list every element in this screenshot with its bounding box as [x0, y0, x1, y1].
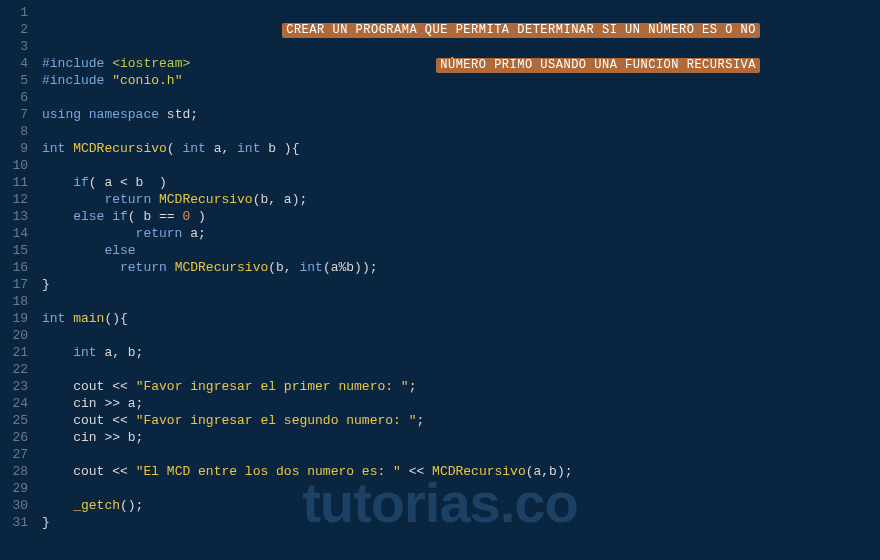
code-area[interactable]: CREAR UN PROGRAMA QUE PERMITA DETERMINAR…: [36, 0, 880, 560]
line-number: 4: [0, 55, 28, 72]
code-editor[interactable]: 1 2 3 4 5 6 7 8 9 10 11 12 13 14 15 16 1…: [0, 0, 880, 560]
line-number: 21: [0, 344, 28, 361]
code-line[interactable]: [42, 38, 880, 55]
code-line[interactable]: [42, 327, 880, 344]
code-line[interactable]: [42, 446, 880, 463]
line-number: 8: [0, 123, 28, 140]
line-number: 9: [0, 140, 28, 157]
code-line[interactable]: else if( b == 0 ): [42, 208, 880, 225]
line-number: 22: [0, 361, 28, 378]
code-line[interactable]: #include <iostream>: [42, 55, 880, 72]
code-line[interactable]: [42, 361, 880, 378]
line-number: 13: [0, 208, 28, 225]
code-line[interactable]: using namespace std;: [42, 106, 880, 123]
code-line[interactable]: _getch();: [42, 497, 880, 514]
code-line[interactable]: cout << "Favor ingresar el segundo numer…: [42, 412, 880, 429]
line-number: 2: [0, 21, 28, 38]
line-number: 17: [0, 276, 28, 293]
code-line[interactable]: if( a < b ): [42, 174, 880, 191]
code-line[interactable]: cin >> a;: [42, 395, 880, 412]
code-line[interactable]: [42, 89, 880, 106]
code-line[interactable]: int MCDRecursivo( int a, int b ){: [42, 140, 880, 157]
code-line[interactable]: else: [42, 242, 880, 259]
line-number: 10: [0, 157, 28, 174]
code-line[interactable]: return MCDRecursivo(b, a);: [42, 191, 880, 208]
code-line[interactable]: #include "conio.h": [42, 72, 880, 89]
line-number: 18: [0, 293, 28, 310]
line-number: 29: [0, 480, 28, 497]
code-line[interactable]: cout << "Favor ingresar el primer numero…: [42, 378, 880, 395]
line-number: 16: [0, 259, 28, 276]
code-line[interactable]: return a;: [42, 225, 880, 242]
code-line[interactable]: [42, 21, 880, 38]
line-number: 24: [0, 395, 28, 412]
code-line[interactable]: CREAR UN PROGRAMA QUE PERMITA DETERMINAR…: [42, 4, 880, 21]
line-number: 6: [0, 89, 28, 106]
code-line[interactable]: }: [42, 276, 880, 293]
line-number: 31: [0, 514, 28, 531]
code-line[interactable]: cout << "El MCD entre los dos numero es:…: [42, 463, 880, 480]
line-number: 11: [0, 174, 28, 191]
code-line[interactable]: int main(){: [42, 310, 880, 327]
line-number: 20: [0, 327, 28, 344]
code-line[interactable]: return MCDRecursivo(b, int(a%b));: [42, 259, 880, 276]
line-number: 14: [0, 225, 28, 242]
code-line[interactable]: }: [42, 514, 880, 531]
line-number: 19: [0, 310, 28, 327]
line-number: 12: [0, 191, 28, 208]
line-number: 5: [0, 72, 28, 89]
code-line[interactable]: [42, 480, 880, 497]
line-number: 3: [0, 38, 28, 55]
code-line[interactable]: [42, 157, 880, 174]
line-number: 7: [0, 106, 28, 123]
line-number: 25: [0, 412, 28, 429]
code-line[interactable]: [42, 293, 880, 310]
code-line[interactable]: int a, b;: [42, 344, 880, 361]
line-number: 28: [0, 463, 28, 480]
line-number-gutter: 1 2 3 4 5 6 7 8 9 10 11 12 13 14 15 16 1…: [0, 0, 36, 560]
line-number: 1: [0, 4, 28, 21]
code-line[interactable]: [42, 123, 880, 140]
line-number: 26: [0, 429, 28, 446]
line-number: 23: [0, 378, 28, 395]
code-line[interactable]: cin >> b;: [42, 429, 880, 446]
line-number: 30: [0, 497, 28, 514]
line-number: 15: [0, 242, 28, 259]
line-number: 27: [0, 446, 28, 463]
